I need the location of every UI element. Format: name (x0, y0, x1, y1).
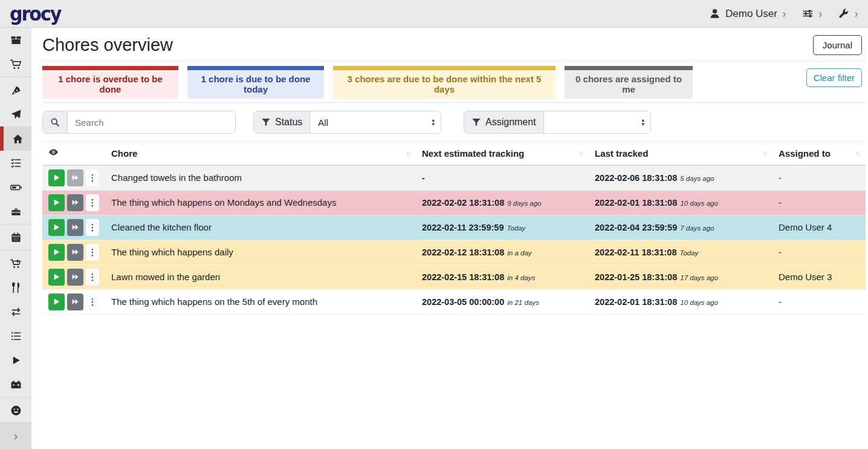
row-menu-button[interactable]: ⋮ (86, 244, 99, 261)
assigned-to-value: Demo User 4 (772, 215, 866, 240)
sidebar-item-meal-plan[interactable] (0, 102, 31, 126)
search-input[interactable] (68, 111, 235, 133)
smiley-icon (10, 405, 22, 416)
next-tracking-relative: in 4 days (507, 274, 535, 281)
last-tracked-relative: Today (679, 249, 698, 257)
sidebar-item-chore-tracking[interactable] (0, 348, 31, 372)
chore-row: ⋮ Changed towels in the bathroom - 2022-… (42, 165, 866, 190)
user-menu[interactable]: Demo User › (709, 8, 786, 20)
last-tracked-relative: 17 days ago (680, 274, 718, 281)
column-header-chore[interactable]: Chore↑↓ (105, 142, 416, 166)
sidebar-item-recipes[interactable] (0, 78, 31, 102)
sort-icon: ↑↓ (855, 149, 860, 157)
last-tracked-relative: 10 days ago (680, 200, 718, 207)
chore-row: ⋮ Lawn mowed in the garden 2022-02-15 18… (42, 264, 866, 289)
chore-name: The thing which happens daily (105, 240, 416, 264)
sidebar-item-tasks[interactable] (0, 151, 31, 175)
row-menu-button[interactable]: ⋮ (86, 169, 99, 186)
home-icon (12, 133, 24, 145)
sidebar-item-batteries[interactable] (0, 175, 31, 199)
sidebar-item-equipment[interactable] (0, 199, 31, 223)
pill-due-today[interactable]: 1 chore is due to be done today (187, 66, 324, 99)
skip-chore-button[interactable] (67, 293, 83, 310)
assigned-to-value: - (772, 165, 866, 190)
grocy-logo[interactable]: grocy (10, 4, 60, 24)
search-group (42, 111, 236, 134)
track-chore-button[interactable] (48, 244, 65, 261)
filter-bar: Status All ▴▾ Assignment ▴▾ (42, 103, 866, 141)
cart-plus-icon (10, 258, 22, 269)
next-tracking-value: 2022-02-02 18:31:08 (422, 198, 504, 208)
toolbox-icon (10, 206, 22, 217)
page-header: Chores overview Journal (42, 28, 866, 62)
row-menu-button[interactable]: ⋮ (86, 194, 99, 211)
skip-chore-button[interactable] (67, 219, 83, 236)
chevron-right-icon: › (14, 429, 18, 443)
journal-button[interactable]: Journal (813, 35, 862, 55)
pill-overdue[interactable]: 1 chore is overdue to be done (42, 66, 178, 99)
sidebar-item-shopping-cart[interactable] (0, 52, 31, 76)
clear-filter-button[interactable]: Clear filter (806, 68, 862, 87)
track-chore-button[interactable] (48, 269, 65, 286)
sidebar-item-shopping-list[interactable] (0, 251, 31, 275)
pizza-slice-icon (10, 85, 22, 96)
chore-row: ⋮ The thing which happens daily 2022-02-… (42, 240, 866, 264)
last-tracked-relative: 5 days ago (680, 175, 714, 182)
row-menu-button[interactable]: ⋮ (86, 219, 99, 236)
track-chore-button[interactable] (48, 219, 65, 236)
chore-row: ⋮ The thing which happens on Mondays and… (42, 190, 866, 215)
last-tracked-value: 2022-02-01 18:31:08 (595, 297, 677, 307)
fast-forward-icon (71, 248, 79, 256)
play-icon (10, 355, 22, 366)
table-header-row: Chore↑↓ Next estimated tracking↑↓ Last t… (42, 142, 866, 166)
sidebar: › (0, 28, 31, 449)
exchange-arrows-icon (10, 306, 22, 318)
pill-assigned-to-me[interactable]: 0 chores are assigned to me (565, 66, 693, 99)
filter-icon (261, 117, 271, 127)
last-tracked-relative: 10 days ago (680, 299, 718, 306)
sidebar-item-battery-tracking[interactable] (0, 372, 31, 396)
column-header-last-tracked[interactable]: Last tracked↑↓ (589, 142, 772, 166)
chore-name: Cleaned the kitchen floor (105, 215, 416, 240)
play-icon (53, 273, 60, 281)
filter-icon (471, 117, 481, 127)
sliders-icon (802, 8, 814, 19)
user-icon (709, 8, 721, 19)
sidebar-expand-toggle[interactable]: › (0, 422, 31, 449)
sidebar-item-chores-overview[interactable] (0, 126, 31, 151)
track-chore-button[interactable] (48, 293, 65, 310)
status-select[interactable]: All ▴▾ (310, 111, 441, 133)
chevron-right-icon: › (818, 7, 823, 19)
sidebar-item-calendar[interactable] (0, 225, 31, 249)
search-icon (50, 117, 60, 127)
sidebar-item-stock-entries[interactable] (0, 324, 31, 348)
pill-due-soon[interactable]: 3 chores are due to be done within the n… (333, 66, 555, 99)
row-menu-button[interactable]: ⋮ (86, 269, 99, 286)
admin-menu[interactable]: › (838, 8, 858, 19)
settings-menu[interactable]: › (802, 8, 823, 19)
sidebar-item-transactions[interactable] (0, 300, 31, 324)
column-header-assigned-to[interactable]: Assigned to↑↓ (772, 142, 866, 166)
sidebar-item-user[interactable] (0, 398, 31, 422)
skip-chore-button[interactable] (67, 244, 83, 261)
row-menu-button[interactable]: ⋮ (86, 293, 99, 310)
chore-name: The thing which happens on the 5th of ev… (105, 289, 416, 314)
column-header-next-tracking[interactable]: Next estimated tracking↑↓ (416, 142, 589, 166)
status-filter-label-box: Status (254, 111, 310, 133)
skip-chore-button[interactable] (67, 269, 83, 286)
track-chore-button[interactable] (48, 194, 65, 211)
assigned-to-value: Demo User 3 (772, 264, 866, 289)
skip-chore-button[interactable] (67, 194, 83, 211)
assignment-select[interactable]: ▴▾ (544, 111, 650, 133)
sidebar-item-recipes-consume[interactable] (0, 275, 31, 300)
chore-name: Changed towels in the bathroom (105, 165, 416, 190)
status-select-value: All (318, 117, 328, 128)
next-tracking-value: 2022-03-05 00:00:00 (422, 297, 504, 307)
assigned-to-value: - (772, 289, 866, 314)
sort-icon: ↑↓ (578, 149, 583, 157)
next-tracking-value: 2022-02-15 18:31:08 (422, 272, 504, 282)
chore-row: ⋮ Cleaned the kitchen floor 2022-02-11 2… (42, 215, 866, 240)
track-chore-button[interactable] (48, 169, 65, 186)
column-visibility-header (42, 142, 105, 166)
sidebar-item-stock[interactable] (0, 28, 31, 52)
